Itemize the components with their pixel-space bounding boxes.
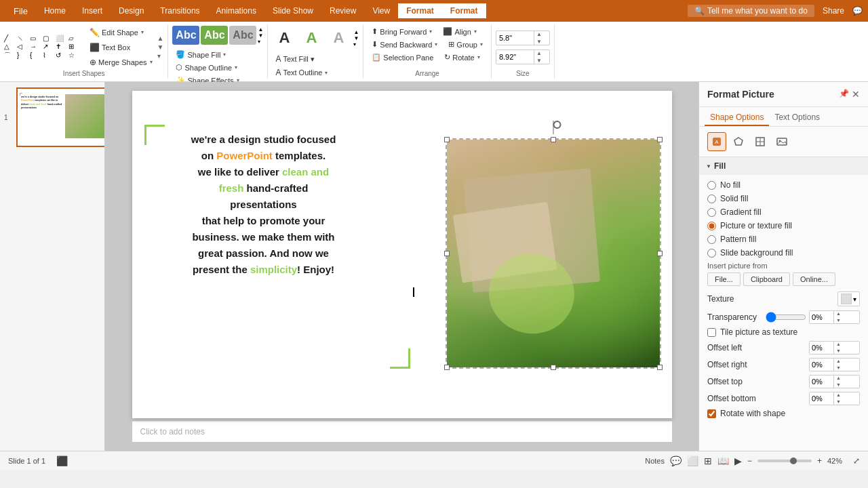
menu-review[interactable]: Review: [321, 3, 364, 18]
height-down[interactable]: ▼: [534, 38, 544, 45]
shape-tri-icon[interactable]: △: [4, 43, 16, 50]
shape-round-icon[interactable]: ▢: [43, 35, 55, 42]
shape-fill-button[interactable]: 🪣 Shape Fill ▾: [172, 49, 229, 60]
sel-handle-tr[interactable]: [657, 137, 663, 142]
shape-options-icon-btn[interactable]: [729, 132, 748, 151]
panel-pin-icon[interactable]: 📌: [839, 89, 849, 100]
menu-format1[interactable]: Format: [398, 3, 442, 18]
wordart-btn-1[interactable]: A: [272, 26, 296, 50]
offset-bottom-down[interactable]: ▼: [834, 399, 843, 405]
slide-text-block[interactable]: we're a design studio focused on PowerPo…: [149, 131, 379, 278]
shape-misc-icon[interactable]: ☆: [68, 52, 81, 59]
shape-scroll-down[interactable]: ▼: [157, 43, 164, 51]
clipboard-button[interactable]: Clipboard: [743, 272, 790, 286]
rotation-handle[interactable]: [553, 121, 561, 129]
shape-more-icon[interactable]: ⊞: [68, 43, 81, 50]
merge-shapes-button[interactable]: ⊕ Merge Shapes ▾: [86, 56, 156, 68]
shape-cross-icon[interactable]: ✝: [56, 43, 68, 50]
zoom-in-btn[interactable]: +: [817, 456, 822, 466]
menu-slideshow[interactable]: Slide Show: [264, 3, 321, 18]
offset-left-down[interactable]: ▼: [834, 348, 843, 354]
slide-editor[interactable]: we're a design studio focused on PowerPo…: [105, 82, 698, 451]
shape-brace-icon[interactable]: {: [30, 52, 42, 59]
style-expand-arrow[interactable]: ▾: [258, 39, 263, 45]
shape-style-btn-1[interactable]: Abc: [172, 26, 199, 45]
file-menu[interactable]: File: [5, 3, 36, 19]
sel-handle-mr[interactable]: [657, 251, 663, 256]
height-input[interactable]: 5.8": [496, 33, 534, 43]
zoom-slider[interactable]: [757, 460, 812, 462]
shape-scroll-expand[interactable]: ▾: [157, 52, 164, 60]
slide-thumbnail[interactable]: we're a design studio focused on PowerPo…: [16, 87, 105, 147]
style-up-arrow[interactable]: ▲: [258, 26, 263, 33]
align-button[interactable]: ⬛ Align ▾: [439, 26, 480, 37]
menu-view[interactable]: View: [364, 3, 398, 18]
transparency-down[interactable]: ▼: [834, 317, 843, 324]
slide-bg-fill-radio[interactable]: [707, 249, 716, 258]
picture-fill-radio[interactable]: [707, 222, 716, 230]
shape-scroll-up[interactable]: ▲: [157, 35, 164, 42]
sel-handle-ml[interactable]: [444, 251, 450, 256]
panel-close-icon[interactable]: ✕: [852, 89, 860, 100]
file-button[interactable]: File...: [707, 272, 741, 286]
offset-right-input[interactable]: [810, 360, 833, 369]
text-fill-button[interactable]: A Text Fill ▾: [272, 53, 317, 65]
comment-icon[interactable]: 💬: [852, 6, 863, 16]
offset-bottom-up[interactable]: ▲: [834, 392, 843, 399]
shape-bracket-icon[interactable]: }: [17, 52, 29, 59]
wordart-up-arrow[interactable]: ▲: [353, 29, 359, 35]
shape-chevron-icon[interactable]: ▱: [68, 35, 81, 42]
selection-pane-button[interactable]: 📋 Selection Pane: [368, 52, 437, 63]
send-backward-button[interactable]: ⬇ Send Backward ▾: [368, 39, 441, 50]
no-fill-radio[interactable]: [707, 181, 716, 190]
gradient-fill-radio[interactable]: [707, 208, 716, 217]
comment-btn[interactable]: 💬: [670, 455, 682, 466]
slideshow-btn[interactable]: ▶: [734, 455, 742, 466]
tell-me-box[interactable]: 🔍 Tell me what you want to do: [688, 5, 814, 17]
fill-section-header[interactable]: ▼ Fill: [699, 157, 868, 175]
offset-left-up[interactable]: ▲: [834, 341, 843, 348]
notes-button[interactable]: Notes: [645, 457, 665, 465]
menu-design[interactable]: Design: [111, 3, 152, 18]
sel-handle-tl[interactable]: [444, 137, 450, 142]
offset-right-down[interactable]: ▼: [834, 365, 843, 371]
normal-view-btn[interactable]: ⬜: [687, 455, 698, 466]
shape-rect-icon[interactable]: ▭: [30, 35, 42, 42]
transparency-input[interactable]: [810, 312, 833, 322]
offset-top-up[interactable]: ▲: [834, 375, 843, 382]
size-position-icon-btn[interactable]: [751, 132, 770, 151]
bring-forward-button[interactable]: ⬆ Bring Forward ▾: [368, 26, 436, 37]
shape-spiral-icon[interactable]: ↺: [56, 52, 68, 59]
menu-home[interactable]: Home: [36, 3, 74, 18]
shape-arrow-icon[interactable]: →: [30, 43, 42, 50]
solid-fill-radio[interactable]: [707, 195, 716, 203]
shape-outline-button[interactable]: ⬡ Shape Outline ▾: [172, 62, 241, 73]
fit-slide-icon[interactable]: ⬛: [56, 455, 68, 466]
shape-line2-icon[interactable]: ⟍: [17, 35, 29, 42]
width-input[interactable]: 8.92": [496, 52, 534, 62]
group-button[interactable]: ⊞ Group ▾: [444, 39, 487, 50]
rotate-checkbox[interactable]: [707, 409, 716, 418]
wordart-down-arrow[interactable]: ▼: [353, 35, 359, 41]
sel-handle-br[interactable]: [657, 365, 663, 370]
tab-shape-options[interactable]: Shape Options: [705, 110, 769, 126]
menu-insert[interactable]: Insert: [74, 3, 111, 18]
offset-right-up[interactable]: ▲: [834, 358, 843, 365]
shape-line-icon[interactable]: ╱: [4, 35, 16, 42]
fit-window-btn[interactable]: ⤢: [853, 456, 860, 466]
width-down[interactable]: ▼: [534, 57, 544, 64]
height-up[interactable]: ▲: [534, 30, 544, 38]
wordart-btn-2[interactable]: A: [299, 26, 323, 50]
picture-icon-btn[interactable]: [772, 132, 791, 151]
shape-style-btn-3[interactable]: Abc: [229, 26, 256, 45]
offset-top-input[interactable]: [810, 377, 833, 386]
tab-text-options[interactable]: Text Options: [769, 110, 825, 126]
shape-darrow-icon[interactable]: ↗: [43, 43, 55, 50]
sel-handle-tm[interactable]: [551, 137, 556, 142]
offset-top-down[interactable]: ▼: [834, 382, 843, 388]
transparency-slider[interactable]: [766, 312, 806, 323]
tile-checkbox[interactable]: [707, 328, 716, 337]
pattern-fill-radio[interactable]: [707, 235, 716, 244]
notes-area[interactable]: Click to add notes: [132, 421, 672, 442]
wordart-btn-3[interactable]: A: [326, 26, 351, 50]
